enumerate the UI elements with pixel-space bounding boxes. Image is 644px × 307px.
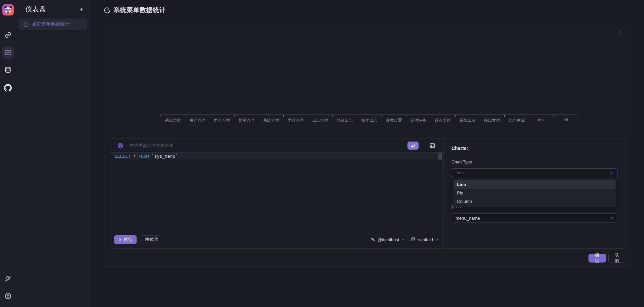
app-logo-panda-icon[interactable] xyxy=(2,4,14,16)
connection-selectors: @localhost xyxy=(370,237,439,242)
chevron-down-icon xyxy=(401,238,405,242)
axis-category-label: 用户管理 xyxy=(185,115,210,123)
charts-config-panel: Charts: Chart Type Line yAxis LinePieCol… xyxy=(444,139,625,248)
axis-category-label: 字典管理 xyxy=(283,115,308,123)
card-menu-kebab-icon[interactable]: ⋮ xyxy=(618,31,623,36)
page-header: 系统菜单数据统计 xyxy=(90,0,644,20)
editor-toolbar: 执行 格式化 @localh xyxy=(114,235,439,244)
run-sql-button[interactable]: 执行 xyxy=(114,235,137,244)
chart-x-axis: 系统监控用户管理角色管理菜单管理系统管理字典管理日志管理登录日志操作日志参数设置… xyxy=(160,115,578,123)
axis-category-label: 代码生成 xyxy=(504,115,529,123)
connection-select[interactable]: @localhost xyxy=(370,237,405,242)
dashboard-chart-icon[interactable] xyxy=(2,47,14,59)
database-icon[interactable] xyxy=(2,64,14,76)
axis-category-label: 系统管理 xyxy=(259,115,283,123)
natural-language-input-row: 在这里输入纯文本语句 xyxy=(110,139,443,153)
chart-type-select[interactable]: Line xyxy=(452,168,617,177)
add-dashboard-button[interactable]: + xyxy=(77,6,85,13)
sql-editor-panel: 在这里输入纯文本语句 xyxy=(110,139,444,248)
page-title: 系统菜单数据统计 xyxy=(113,6,166,14)
axis-category-label: 定时任务 xyxy=(406,115,431,123)
charts-heading: Charts: xyxy=(452,146,468,151)
submit-enter-button[interactable] xyxy=(407,142,419,150)
editor-scrollbar[interactable] xyxy=(438,153,442,160)
dropdown-option[interactable]: Column xyxy=(454,197,615,206)
ai-spiral-icon xyxy=(117,143,123,149)
dropdown-option[interactable]: Pie xyxy=(454,189,615,197)
axis-category-label: 缓存监控 xyxy=(431,115,455,123)
sql-statement-line[interactable]: SELECT * FROM `sys_menu` xyxy=(113,153,440,159)
sql-code-area[interactable]: SELECT * FROM `sys_menu` xyxy=(110,153,443,248)
sidebar-panel-title: 仪表盘 xyxy=(25,5,46,14)
chart-edit-card: ⋮ 系统监控用户管理角色管理菜单管理系统管理字典管理日志管理登录日志操作日志参数… xyxy=(104,25,631,267)
icon-rail xyxy=(0,0,16,307)
chart-type-label: Chart Type xyxy=(452,160,472,164)
axis-category-label: test xyxy=(529,115,553,123)
axis-category-label: 日志管理 xyxy=(308,115,332,123)
confirm-button[interactable]: 确 认 xyxy=(588,254,606,263)
chevron-down-icon xyxy=(610,171,614,175)
axis-category-label: 角色管理 xyxy=(210,115,234,123)
connection-icon xyxy=(370,237,375,242)
rocket-icon[interactable] xyxy=(2,273,14,285)
axis-category-label: dd xyxy=(553,115,578,123)
axis-category-label: 登录日志 xyxy=(332,115,357,123)
sql-token: SELECT xyxy=(115,154,131,159)
dropdown-option[interactable]: Line xyxy=(454,180,615,189)
cancel-button[interactable]: 取 消 xyxy=(608,254,625,263)
rail-bottom-group xyxy=(0,273,16,304)
nl-input[interactable]: 在这里输入纯文本语句 xyxy=(130,143,401,149)
chevron-down-icon xyxy=(610,216,614,220)
sidebar-item-dashboard-active[interactable]: 系统菜单数据统计 xyxy=(19,19,87,30)
axis-category-label: 菜单管理 xyxy=(234,115,259,123)
database-icon xyxy=(411,237,416,242)
chart-type-dropdown: LinePieColumn xyxy=(453,179,616,207)
axis-category-label: 系统工具 xyxy=(455,115,480,123)
chevron-down-icon xyxy=(435,238,439,242)
link-icon[interactable] xyxy=(2,29,14,41)
sql-token: FROM xyxy=(138,154,149,159)
table-grid-icon[interactable] xyxy=(429,143,435,149)
axis-category-label: 参数设置 xyxy=(382,115,406,123)
dashboard-sidebar: 仪表盘 + 系统菜单数据统计 xyxy=(16,0,90,307)
axis-category-label: 接口文档 xyxy=(480,115,504,123)
axis-category-label: 系统监控 xyxy=(160,115,185,123)
gauge-icon xyxy=(23,22,29,27)
settings-gear-icon[interactable] xyxy=(2,290,14,302)
format-sql-button[interactable]: 格式化 xyxy=(141,235,162,244)
yaxis-select[interactable]: menu_name xyxy=(452,213,617,223)
main-area: 系统菜单数据统计 ⋮ 系统监控用户管理角色管理菜单管理系统管理字典管理日志管理登… xyxy=(90,0,644,307)
sql-console: 在这里输入纯文本语句 xyxy=(110,139,625,249)
gauge-icon xyxy=(104,7,111,14)
database-select[interactable]: scaffold xyxy=(411,237,439,242)
axis-category-label: 操作日志 xyxy=(357,115,382,123)
sql-token: * xyxy=(131,154,138,159)
github-icon[interactable] xyxy=(2,82,14,94)
sql-token: `sys_menu` xyxy=(149,154,178,159)
sidebar-item-label: 系统菜单数据统计 xyxy=(32,21,70,27)
